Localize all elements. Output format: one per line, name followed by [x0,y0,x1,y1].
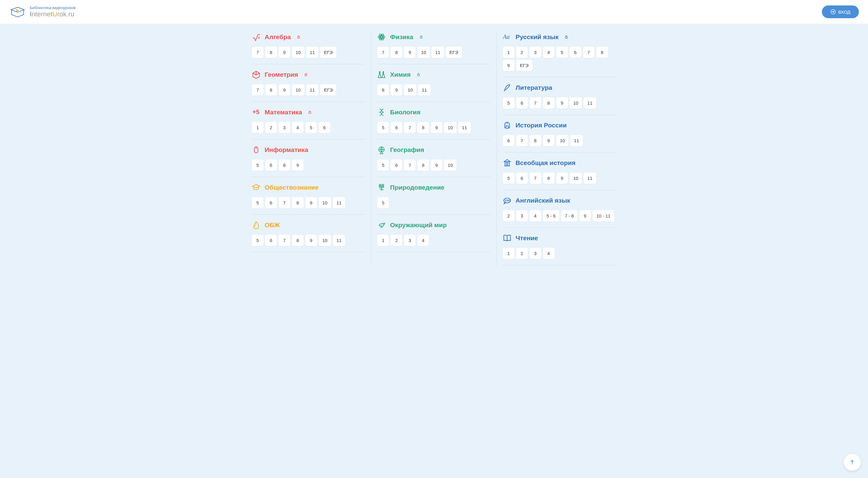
grade-button[interactable]: 6 [265,235,277,246]
subject-header[interactable]: ОБЖ [252,221,365,229]
grade-button[interactable]: 9 [279,84,290,96]
grade-button[interactable]: 5 [377,197,389,208]
grade-button[interactable]: 6 [516,173,528,184]
grade-button[interactable]: 9 [292,160,304,171]
grade-button[interactable]: 1 [377,235,389,246]
grade-button[interactable]: 9 [556,97,568,109]
grade-button[interactable]: 7 - 8 [561,210,578,221]
subject-header[interactable]: Геометрия [252,70,365,79]
subject-header[interactable]: Математика [252,108,365,116]
subject-header[interactable]: Русский язык [503,33,616,41]
scroll-top-button[interactable] [844,454,861,471]
grade-button[interactable]: 8 [292,235,304,246]
grade-button[interactable]: 7 [279,197,290,208]
grade-button[interactable]: 10 - 11 [593,210,614,221]
grade-button[interactable]: 10 [292,84,304,96]
grade-button[interactable]: 8 [265,84,277,96]
grade-button[interactable]: 8 [530,135,541,146]
grade-button[interactable]: 9 [431,122,442,133]
subject-header[interactable]: География [377,145,490,154]
grade-button[interactable]: 6 [516,97,528,109]
subject-header[interactable]: Биология [377,108,490,116]
grade-button[interactable]: 10 [444,160,457,171]
grade-button[interactable]: 9 [556,173,568,184]
grade-button[interactable]: 7 [404,122,415,133]
grade-button[interactable]: 11 [333,235,345,246]
subject-header[interactable]: Химия [377,70,490,79]
grade-button[interactable]: 7 [279,235,290,246]
grade-button[interactable]: 11 [458,122,471,133]
grade-button[interactable]: 5 - 6 [543,210,559,221]
grade-button[interactable]: 5 [377,160,389,171]
grade-button[interactable]: ЕГЭ [446,47,462,58]
grade-button[interactable]: 5 [252,160,264,171]
grade-button[interactable]: 9 [279,47,290,58]
grade-button[interactable]: 7 [377,47,389,58]
grade-button[interactable]: 2 [516,248,528,259]
grade-button[interactable]: 8 [417,122,429,133]
grade-button[interactable]: 11 [432,47,444,58]
grade-button[interactable]: 9 [305,235,317,246]
grade-button[interactable]: 4 [543,47,555,58]
subject-header[interactable]: Литература [503,83,616,92]
subject-header[interactable]: История России [503,121,616,130]
logo[interactable]: Библиотека видеоуроков InternetUrok.ru [9,5,75,18]
grade-button[interactable]: 9 [431,160,442,171]
grade-button[interactable]: 8 [377,84,389,96]
grade-button[interactable]: ЕГЭ [320,47,336,58]
grade-button[interactable]: 11 [333,197,345,208]
subject-header[interactable]: Обществознание [252,183,365,192]
grade-button[interactable]: 10 [556,135,569,146]
grade-button[interactable]: 5 [252,197,264,208]
grade-button[interactable]: 10 [444,122,457,133]
grade-button[interactable]: 11 [306,47,319,58]
grade-button[interactable]: 3 [516,210,528,221]
grade-button[interactable]: 6 [503,135,515,146]
subject-header[interactable]: Окружающий мир [377,221,490,229]
grade-button[interactable]: 8 [292,197,304,208]
grade-button[interactable]: 3 [404,235,415,246]
grade-button[interactable]: 9 [404,47,415,58]
grade-button[interactable]: 2 [265,122,277,133]
grade-button[interactable]: 9 [543,135,555,146]
grade-button[interactable]: 4 [417,235,429,246]
grade-button[interactable]: 8 [543,173,555,184]
login-button[interactable]: ВХОД [822,5,859,18]
grade-button[interactable]: 8 [543,97,555,109]
grade-button[interactable]: ЕГЭ [320,84,336,96]
grade-button[interactable]: 7 [516,135,528,146]
subject-header[interactable]: Алгебра [252,33,365,41]
grade-button[interactable]: 4 [292,122,304,133]
grade-button[interactable]: 7 [404,160,415,171]
grade-button[interactable]: 3 [530,248,541,259]
grade-button[interactable]: 1 [503,47,515,58]
subject-header[interactable]: Физика [377,33,490,41]
grade-button[interactable]: 9 [391,84,402,96]
subject-header[interactable]: Природоведение [377,183,490,192]
grade-button[interactable]: 9 [503,60,515,71]
grade-button[interactable]: 6 [391,122,402,133]
grade-button[interactable]: 8 [596,47,608,58]
grade-button[interactable]: 6 [265,160,277,171]
grade-button[interactable]: 5 [377,122,389,133]
grade-button[interactable]: 10 [417,47,430,58]
grade-button[interactable]: 7 [583,47,594,58]
grade-button[interactable]: 2 [516,47,528,58]
grade-button[interactable]: 7 [252,84,264,96]
grade-button[interactable]: 9 [579,210,591,221]
grade-button[interactable]: 8 [265,47,277,58]
grade-button[interactable]: 6 [391,160,402,171]
grade-button[interactable]: 2 [503,210,515,221]
grade-button[interactable]: 5 [252,235,264,246]
grade-button[interactable]: 3 [279,122,290,133]
grade-button[interactable]: 11 [584,173,596,184]
grade-button[interactable]: 3 [530,47,541,58]
grade-button[interactable]: 11 [570,135,583,146]
grade-button[interactable]: 1 [252,122,264,133]
grade-button[interactable]: 10 [319,197,331,208]
grade-button[interactable]: 10 [570,173,582,184]
grade-button[interactable]: 6 [265,197,277,208]
grade-button[interactable]: 5 [503,97,515,109]
grade-button[interactable]: 8 [391,47,402,58]
grade-button[interactable]: 10 [319,235,331,246]
